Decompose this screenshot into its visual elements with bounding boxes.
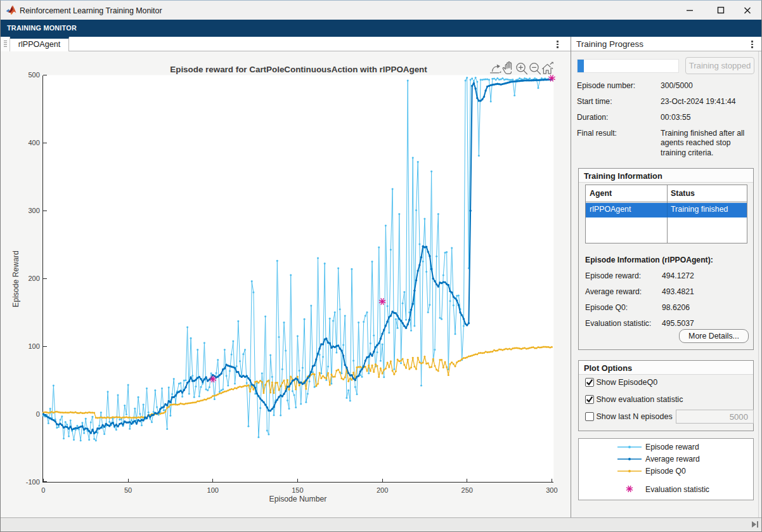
svg-text:100: 100	[207, 486, 219, 494]
svg-text:Episode Number: Episode Number	[269, 495, 327, 503]
svg-text:200: 200	[28, 275, 39, 282]
svg-text:0: 0	[41, 486, 45, 494]
svg-text:250: 250	[462, 486, 473, 494]
svg-text:-100: -100	[26, 478, 40, 486]
svg-text:400: 400	[28, 139, 39, 146]
svg-text:0: 0	[36, 410, 40, 418]
svg-text:150: 150	[292, 486, 303, 494]
svg-text:Episode Reward: Episode Reward	[11, 250, 20, 307]
svg-text:300: 300	[546, 486, 557, 494]
svg-text:500: 500	[28, 71, 39, 79]
svg-text:Episode reward for CartPoleCon: Episode reward for CartPoleContinuousAct…	[170, 65, 427, 74]
svg-text:50: 50	[124, 486, 132, 494]
svg-text:300: 300	[28, 207, 39, 214]
svg-text:200: 200	[377, 486, 388, 494]
svg-text:100: 100	[28, 342, 39, 350]
